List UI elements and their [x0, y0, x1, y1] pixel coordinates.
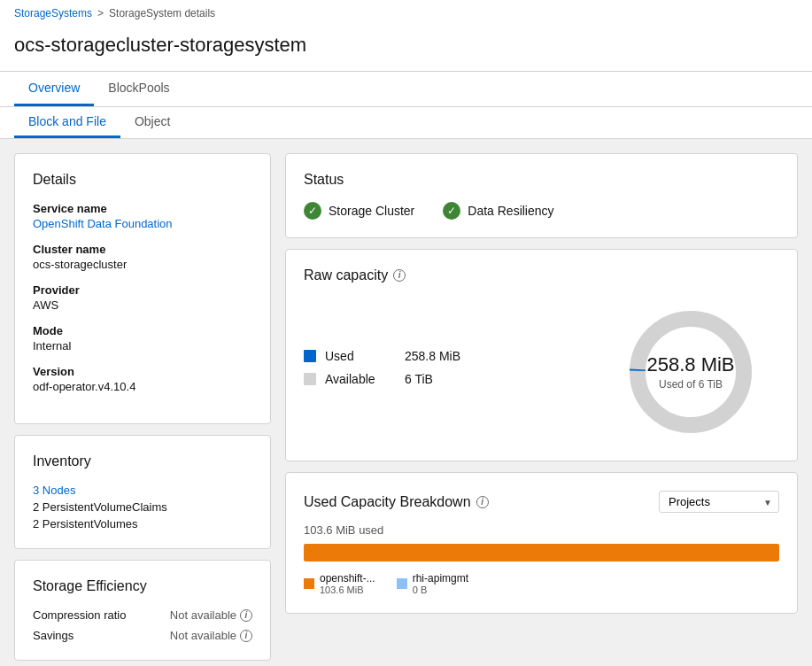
compression-ratio-label: Compression ratio [33, 608, 127, 622]
compression-ratio-value: Not available i [170, 608, 252, 622]
details-title: Details [33, 172, 252, 188]
legend-rhi: rhi-apimgmt 0 B [397, 572, 468, 595]
breadcrumb-separator: > [97, 7, 104, 19]
nodes-link[interactable]: 3 Nodes [33, 484, 75, 497]
legend-available: Available 6 TiB [304, 372, 620, 386]
page-title: ocs-storagecluster-storagesystem [14, 34, 798, 57]
rhi-color-square [397, 578, 407, 589]
service-name-group: Service name OpenShift Data Foundation [33, 202, 252, 230]
savings-info-icon[interactable]: i [240, 630, 252, 642]
projects-dropdown-wrapper: Projects Storage Classes [659, 491, 779, 513]
breakdown-used-amount: 103.6 MiB used [304, 523, 779, 537]
storage-cluster-ok-icon: ✓ [304, 202, 321, 220]
projects-dropdown[interactable]: Projects Storage Classes [659, 491, 779, 513]
raw-capacity-body: Used 258.8 MiB Available 6 TiB [304, 301, 779, 443]
openshift-legend-text: openshift-... 103.6 MiB [320, 572, 375, 595]
raw-capacity-card: Raw capacity i Used 258.8 MiB Available … [285, 249, 798, 461]
mode-value: Internal [33, 339, 252, 352]
pv-item: 2 PersistentVolumes [33, 517, 252, 530]
status-data-resiliency: ✓ Data Resiliency [443, 202, 553, 220]
service-name-value[interactable]: OpenShift Data Foundation [33, 217, 173, 230]
pvc-item: 2 PersistentVolumeClaims [33, 500, 252, 514]
subtab-block-file[interactable]: Block and File [14, 107, 120, 138]
used-label: Used [325, 349, 396, 363]
version-label: Version [33, 365, 252, 378]
breakdown-info-icon[interactable]: i [476, 496, 489, 508]
savings-row: Savings Not available i [33, 629, 252, 642]
storage-efficiency-card: Storage Efficiency Compression ratio Not… [14, 560, 271, 661]
efficiency-title: Storage Efficiency [33, 578, 252, 594]
tab-overview[interactable]: Overview [14, 72, 94, 106]
rhi-label: rhi-apimgmt [413, 572, 468, 585]
provider-label: Provider [33, 283, 252, 297]
donut-value: 258.8 MiB [646, 353, 734, 376]
mode-group: Mode Internal [33, 324, 252, 352]
available-label: Available [325, 372, 396, 386]
status-title: Status [304, 172, 779, 188]
rhi-sub: 0 B [413, 585, 468, 595]
legend-used: Used 258.8 MiB [304, 349, 620, 363]
available-value: 6 TiB [405, 372, 433, 386]
sub-tabs: Block and File Object [0, 107, 812, 139]
status-storage-cluster: ✓ Storage Cluster [304, 202, 414, 220]
openshift-label: openshift-... [320, 572, 375, 585]
capacity-legend: Used 258.8 MiB Available 6 TiB [304, 349, 620, 395]
rhi-legend-text: rhi-apimgmt 0 B [413, 572, 468, 595]
mode-label: Mode [33, 324, 252, 337]
savings-label: Savings [33, 629, 73, 642]
subtab-object[interactable]: Object [120, 107, 184, 138]
openshift-color-square [304, 578, 314, 589]
used-value: 258.8 MiB [405, 349, 460, 363]
cluster-name-label: Cluster name [33, 243, 252, 256]
service-name-label: Service name [33, 202, 252, 215]
compression-info-icon[interactable]: i [240, 609, 252, 622]
donut-chart: 258.8 MiB Used of 6 TiB [620, 301, 762, 443]
used-color-dot [304, 350, 316, 362]
donut-center-text: 258.8 MiB Used of 6 TiB [646, 353, 734, 391]
inventory-title: Inventory [33, 453, 252, 469]
available-color-dot [304, 373, 316, 385]
breadcrumb: StorageSystems > StorageSystem details [0, 0, 812, 27]
version-value: odf-operator.v4.10.4 [33, 380, 252, 393]
cluster-name-value: ocs-storagecluster [33, 258, 252, 271]
raw-capacity-info-icon[interactable]: i [393, 269, 406, 282]
breakdown-card: Used Capacity Breakdown i Projects Stora… [285, 472, 798, 614]
inventory-card: Inventory 3 Nodes 2 PersistentVolumeClai… [14, 435, 271, 549]
content-area: Details Service name OpenShift Data Foun… [0, 139, 812, 666]
breakdown-progress-bar-container [304, 544, 779, 561]
breakdown-header: Used Capacity Breakdown i Projects Stora… [304, 491, 779, 513]
legend-openshift: openshift-... 103.6 MiB [304, 572, 375, 595]
savings-value: Not available i [170, 629, 252, 642]
provider-value: AWS [33, 298, 252, 312]
raw-capacity-header: Raw capacity i [304, 267, 779, 283]
tab-blockpools[interactable]: BlockPools [94, 72, 183, 106]
version-group: Version odf-operator.v4.10.4 [33, 365, 252, 393]
breakdown-legend: openshift-... 103.6 MiB rhi-apimgmt 0 B [304, 572, 779, 595]
status-items: ✓ Storage Cluster ✓ Data Resiliency [304, 202, 779, 220]
breadcrumb-current: StorageSystem details [109, 7, 215, 19]
data-resiliency-ok-icon: ✓ [443, 202, 460, 220]
page-header: ocs-storagecluster-storagesystem [0, 27, 812, 72]
openshift-sub: 103.6 MiB [320, 585, 375, 595]
breakdown-progress-bar [304, 544, 779, 561]
cluster-name-group: Cluster name ocs-storagecluster [33, 243, 252, 271]
breadcrumb-parent[interactable]: StorageSystems [14, 7, 92, 19]
breakdown-title: Used Capacity Breakdown [304, 494, 471, 510]
details-card: Details Service name OpenShift Data Foun… [14, 153, 271, 424]
donut-sub: Used of 6 TiB [646, 378, 734, 391]
status-card: Status ✓ Storage Cluster ✓ Data Resilien… [285, 153, 798, 238]
right-panel: Status ✓ Storage Cluster ✓ Data Resilien… [285, 153, 798, 661]
raw-capacity-title: Raw capacity [304, 267, 388, 283]
data-resiliency-label: Data Resiliency [468, 204, 553, 218]
main-tabs: Overview BlockPools [0, 72, 812, 107]
storage-cluster-label: Storage Cluster [329, 204, 414, 218]
left-panel: Details Service name OpenShift Data Foun… [14, 153, 271, 661]
provider-group: Provider AWS [33, 283, 252, 312]
compression-ratio-row: Compression ratio Not available i [33, 608, 252, 622]
breakdown-title-row: Used Capacity Breakdown i [304, 494, 489, 510]
